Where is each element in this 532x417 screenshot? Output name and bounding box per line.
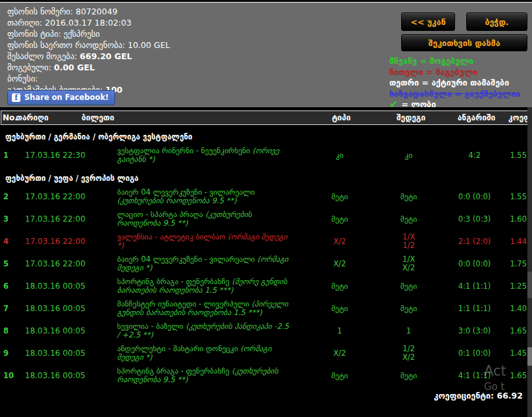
info-line-label: შესაძლო მოგება: [7, 51, 80, 61]
row-score: 4:2 [443, 151, 506, 160]
row-score: 4:1 (1:1) [443, 372, 506, 380]
scrollbar-segment [527, 347, 532, 366]
row-match-teams: ანდერლეხტი - შახტარი დონეცკი [117, 344, 241, 353]
facebook-icon: f [12, 93, 20, 102]
row-score: 4:1 (1:1) [443, 282, 506, 291]
row-result-line: მეტი [374, 282, 443, 291]
row-type: მეტი [305, 193, 374, 201]
row-result: 1/XX/2 [374, 255, 443, 272]
row-result-line: მეტი [374, 215, 443, 224]
row-date: 17.03.16 22:00 [22, 237, 108, 246]
row-date: 18.03.16 00:05 [22, 282, 108, 291]
row-result-line: X/2 [374, 353, 443, 362]
back-button[interactable]: << უკან [401, 12, 455, 31]
info-line: ბონუსი: [7, 73, 170, 84]
row-bet: ანდერლეხტი - შახტარი დონეცკი (ორმაგი შედ… [108, 343, 305, 364]
legend-meaning: = წაგებული [423, 67, 478, 77]
total-coefficient-label: კოეფიციენტი: [434, 391, 494, 401]
row-bet: სევილია - ბაზელი (კუთხურების ჰანდიკაპი -… [108, 320, 305, 342]
info-line: ფსონის საერთო რაოდენობა: 10.00 GEL [7, 39, 170, 51]
info-line-value: 10.00 GEL [128, 40, 170, 50]
info-line-label: ფსონის ნომერი: [7, 7, 76, 16]
ask-question-button[interactable]: შეკითხვის დასმა [401, 34, 527, 51]
row-number: 5 [0, 259, 22, 268]
legend-term: ხაზგადასმული [389, 89, 452, 99]
row-type: მეტი [305, 305, 374, 313]
back-button-label: << უკან [410, 17, 446, 27]
legend-line: თეთრი = აქტიური თამაშები [389, 78, 520, 89]
info-line: შესაძლო მოგება: 669.20 GEL [7, 51, 170, 62]
row-match-teams: მანჩესტერ იუნაიტედი - ლივერპული [117, 299, 252, 308]
legend-meaning: = გაუქმებულია [452, 89, 520, 99]
row-score: 3:0 (3:0) [443, 327, 506, 335]
row-number: 4 [0, 237, 22, 246]
row-result-line: 1/2 [374, 241, 443, 250]
table-row: 517.03.16 22:00ბაიერ 04 ლევერკუზენი - ვი… [0, 253, 532, 275]
info-line-label: თარიღი: [7, 18, 45, 28]
column-header: თარიღი [14, 113, 80, 122]
row-score: 1:1 (1:1) [443, 305, 506, 313]
row-score: 0:1 (0:0) [443, 349, 506, 358]
row-score: 0:0 (0:0) [443, 193, 506, 201]
row-match-teams: ბაიერ 04 ლევერკუზენი - ვილარეალი [117, 187, 255, 197]
scrollbar-segment [527, 272, 532, 298]
table-row: 317.03.16 22:00ლაციო - სპარტა პრაღა (კუთ… [0, 208, 532, 230]
legend-line: ხაზგადასმული = გაუქმებულია [389, 89, 520, 100]
column-header: ბილეთი [80, 113, 306, 122]
scrollbar[interactable] [527, 107, 532, 417]
share-on-facebook-button[interactable]: f Share on Facebook! [7, 90, 115, 105]
row-bet: სპორტინგ ბრაგა - ფენერბახჩე (მეორე გუნდი… [108, 276, 305, 297]
row-date: 18.03.16 00:05 [22, 304, 108, 313]
ask-question-button-label: შეკითხვის დასმა [428, 38, 500, 48]
column-header: ანგარიში [446, 113, 507, 122]
row-bet: ბაიერ 04 ლევერკუზენი - ვილარეალი (კუთხურ… [108, 186, 305, 208]
row-type: X/2 [305, 349, 374, 358]
table-row: 1018.03.16 00:05სპორტინგ ბრაგა - ფენერბა… [0, 364, 532, 387]
row-bet: ვესტფალია რინერნი - ნეუენკირხენი (ორივე … [108, 145, 305, 166]
table-header-row: No.თარიღიბილეთიტიპიშედეგიანგარიშიკოეფ. [1, 110, 531, 125]
row-date: 17.03.16 22:00 [22, 214, 108, 224]
info-line-label: მოგებული: [7, 62, 54, 72]
row-bet: მანჩესტერ იუნაიტედი - ლივერპული (პირველი… [108, 298, 305, 320]
table-row: 918.03.16 00:05ანდერლეხტი - შახტარი დონე… [0, 342, 532, 364]
row-result: მეტი [374, 282, 443, 291]
facebook-button-label: Share on Facebook! [24, 93, 109, 102]
row-number: 6 [0, 282, 22, 291]
row-match-teams: სპორტინგ ბრაგა - ფენერბახჩე [117, 366, 231, 376]
row-result-line: 1 [374, 327, 443, 335]
print-button[interactable]: ბეჭდ. [466, 12, 527, 31]
row-type: მეტი [305, 215, 374, 224]
legend-term: თეთრი [389, 78, 419, 87]
row-type: მეტი [305, 372, 374, 380]
league-group-title: ფეხბურთი / გერმანია / ობერლიგა ვესტფალენ… [0, 125, 532, 144]
column-header: შედეგი [376, 113, 446, 122]
row-date: 18.03.16 00:05 [22, 349, 108, 358]
row-bet-market: (კუთხურების რაოდენობა 9.5 **) [117, 196, 237, 205]
info-line: ფსონის ნომერი: 80720049 [7, 6, 170, 17]
row-score: 0:3 (0:3) [443, 215, 506, 224]
row-result-line: კი [374, 151, 443, 160]
row-result: მეტი [374, 193, 443, 201]
row-score: 0:0 (0:0) [443, 260, 506, 268]
legend-term: წითელი [389, 67, 423, 77]
row-result-line: მეტი [374, 193, 443, 201]
info-line-value: 669.20 GEL [80, 51, 132, 61]
info-line-value: 0.00 GEL [54, 62, 95, 72]
row-result: 1/X1/2 [374, 233, 443, 250]
row-bet: სპორტინგ ბრაგა - ფენერბახჩე (კუთხურების … [108, 365, 305, 387]
table-row: 417.03.16 22:00ვალენსია - ატლეტიკ ბილბაო… [0, 230, 532, 253]
row-result: მეტი [374, 372, 443, 380]
info-line: მოგებული: 0.00 GEL [7, 62, 170, 73]
row-date: 17.03.16 22:00 [22, 259, 108, 268]
row-date: 17.03.16 22:30 [22, 151, 108, 160]
total-coefficient-value: 66.92 [496, 391, 523, 401]
row-result: მეტი [374, 215, 443, 224]
row-bet: ბაიერ 04 ლევერკუზენი - ვილარეალი (ორმაგი… [108, 253, 305, 275]
print-button-label: ბეჭდ. [485, 17, 508, 27]
info-line-label: ბონუსი: [7, 74, 38, 84]
row-number: 3 [0, 214, 22, 224]
row-number: 7 [0, 304, 22, 313]
legend-lines: მწვანე = მოგებულიწითელი = წაგებულითეთრი … [389, 56, 520, 99]
row-number: 9 [0, 349, 22, 358]
row-match-teams: ვალენსია - ატლეტიკ ბილბაო [117, 232, 228, 241]
